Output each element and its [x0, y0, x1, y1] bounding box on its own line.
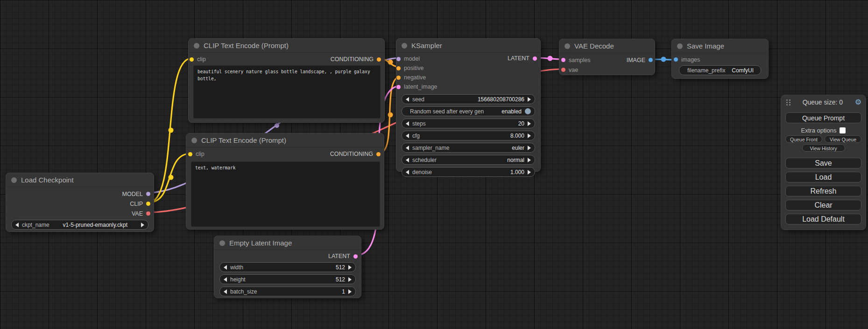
extra-options-label: Extra options	[801, 127, 837, 134]
image-port-dot[interactable]	[649, 58, 653, 62]
conditioning-port-dot[interactable]	[396, 66, 401, 70]
collapse-dot-icon[interactable]	[191, 138, 197, 143]
collapse-dot-icon[interactable]	[11, 177, 17, 183]
node-empty-latent-image[interactable]: Empty Latent Image LATENT width 512 heig…	[214, 236, 361, 298]
decrement-arrow-icon[interactable]	[406, 133, 409, 138]
image-port-dot[interactable]	[674, 57, 678, 62]
decrement-arrow-icon[interactable]	[224, 265, 227, 270]
increment-arrow-icon[interactable]	[528, 146, 531, 150]
node-clip-text-encode-negative[interactable]: CLIP Text Encode (Prompt) clip CONDITION…	[186, 133, 384, 230]
latent-port-dot[interactable]	[533, 56, 537, 61]
height-widget[interactable]: height 512	[219, 274, 356, 284]
clip-port-dot[interactable]	[146, 202, 150, 206]
clear-button[interactable]: Clear	[785, 200, 861, 210]
filename-prefix-widget[interactable]: filename_prefix ComfyUI	[679, 65, 761, 75]
decrement-arrow-icon[interactable]	[406, 97, 409, 102]
decrement-arrow-icon[interactable]	[406, 121, 409, 126]
seed-widget[interactable]: seed 156680208700286	[402, 94, 535, 104]
model-port-dot[interactable]	[396, 57, 401, 61]
increment-arrow-icon[interactable]	[348, 277, 352, 282]
node-clip-text-encode-positive[interactable]: CLIP Text Encode (Prompt) clip CONDITION…	[188, 38, 385, 123]
node-title-bar[interactable]: CLIP Text Encode (Prompt)	[189, 39, 384, 53]
output-port-model[interactable]: MODEL	[6, 189, 154, 199]
decrement-arrow-icon[interactable]	[224, 277, 227, 282]
prompt-textarea[interactable]: beautiful scenery nature glass bottle la…	[193, 65, 381, 119]
increment-arrow-icon[interactable]	[528, 97, 531, 102]
latent-port-dot[interactable]	[396, 85, 401, 89]
decrement-arrow-icon[interactable]	[15, 223, 19, 227]
conditioning-port-dot[interactable]	[377, 57, 381, 62]
input-port-samples[interactable]: samples IMAGE	[559, 55, 655, 65]
input-port-negative[interactable]: negative	[396, 73, 540, 82]
decrement-arrow-icon[interactable]	[406, 170, 409, 175]
load-button[interactable]: Load	[785, 172, 861, 182]
node-title-bar[interactable]: VAE Decode	[559, 39, 655, 53]
vae-port-dot[interactable]	[561, 68, 565, 72]
extra-options-checkbox[interactable]	[840, 127, 846, 133]
view-history-button[interactable]: View History	[802, 144, 845, 152]
increment-arrow-icon[interactable]	[528, 170, 531, 175]
queue-prompt-button[interactable]: Queue Prompt	[785, 112, 861, 123]
decrement-arrow-icon[interactable]	[406, 146, 409, 150]
drag-handle-icon[interactable]	[786, 99, 788, 101]
node-save-image[interactable]: Save Image images filename_prefix ComfyU…	[671, 39, 769, 79]
input-port-positive[interactable]: positive	[396, 63, 540, 73]
batch-size-widget[interactable]: batch_size 1	[219, 287, 356, 296]
node-title-bar[interactable]: CLIP Text Encode (Prompt)	[186, 133, 384, 147]
output-port-clip[interactable]: CLIP	[6, 199, 154, 209]
decrement-arrow-icon[interactable]	[406, 158, 409, 162]
width-widget[interactable]: width 512	[219, 262, 356, 272]
node-vae-decode[interactable]: VAE Decode samples IMAGE vae	[559, 39, 655, 75]
widget-value: ComfyUI	[732, 67, 754, 74]
collapse-dot-icon[interactable]	[219, 240, 225, 246]
input-port-latent-image[interactable]: latent_image	[396, 82, 540, 91]
node-ksampler[interactable]: KSampler model positive negative latent_…	[396, 38, 541, 172]
widget-value: 156680208700286	[478, 96, 524, 103]
refresh-button[interactable]: Refresh	[785, 186, 861, 196]
clip-port-dot[interactable]	[188, 152, 192, 156]
node-load-checkpoint[interactable]: Load Checkpoint MODEL CLIP VAE ckpt_name…	[6, 173, 154, 232]
output-port-latent[interactable]: LATENT	[214, 251, 361, 261]
toggle-knob[interactable]	[525, 108, 531, 114]
cfg-widget[interactable]: cfg 8.000	[402, 131, 535, 140]
queue-front-button[interactable]: Queue Front	[785, 135, 822, 143]
conditioning-port-dot[interactable]	[396, 76, 401, 80]
output-port-latent[interactable]: LATENT	[508, 54, 540, 63]
conditioning-port-dot[interactable]	[376, 152, 381, 156]
sampler-name-widget[interactable]: sampler_name euler	[402, 143, 535, 153]
collapse-dot-icon[interactable]	[402, 43, 407, 49]
increment-arrow-icon[interactable]	[528, 133, 531, 138]
increment-arrow-icon[interactable]	[348, 265, 352, 270]
latent-port-dot[interactable]	[561, 58, 565, 62]
scheduler-widget[interactable]: scheduler normal	[402, 155, 535, 165]
node-title-bar[interactable]: Save Image	[672, 39, 768, 53]
output-port-vae[interactable]: VAE	[6, 209, 154, 218]
collapse-dot-icon[interactable]	[565, 43, 570, 49]
denoise-widget[interactable]: denoise 1.000	[402, 167, 535, 177]
prompt-textarea[interactable]: text, watermark	[191, 161, 380, 227]
latent-port-dot[interactable]	[353, 254, 358, 259]
settings-gear-icon[interactable]: ⚙	[855, 98, 861, 106]
steps-widget[interactable]: steps 20	[402, 119, 535, 128]
save-button[interactable]: Save	[785, 158, 861, 168]
decrement-arrow-icon[interactable]	[224, 289, 227, 294]
view-queue-button[interactable]: View Queue	[825, 135, 861, 143]
load-default-button[interactable]: Load Default	[785, 214, 861, 224]
increment-arrow-icon[interactable]	[141, 223, 144, 227]
increment-arrow-icon[interactable]	[528, 121, 531, 126]
ckpt-name-widget[interactable]: ckpt_name v1-5-pruned-emaonly.ckpt	[11, 220, 148, 230]
model-port-dot[interactable]	[146, 192, 150, 196]
vae-port-dot[interactable]	[146, 211, 150, 216]
clip-port-dot[interactable]	[190, 57, 194, 62]
node-graph-canvas[interactable]: Load Checkpoint MODEL CLIP VAE ckpt_name…	[0, 0, 868, 329]
collapse-dot-icon[interactable]	[677, 43, 683, 49]
collapse-dot-icon[interactable]	[194, 43, 199, 49]
node-title-bar[interactable]: Empty Latent Image	[214, 236, 361, 250]
input-port-vae[interactable]: vae	[559, 65, 655, 75]
increment-arrow-icon[interactable]	[528, 158, 531, 162]
input-port-images[interactable]: images	[672, 55, 768, 64]
node-title-bar[interactable]: KSampler	[396, 39, 540, 53]
increment-arrow-icon[interactable]	[348, 289, 352, 294]
node-title-bar[interactable]: Load Checkpoint	[6, 173, 154, 187]
random-seed-toggle-widget[interactable]: Random seed after every gen enabled	[402, 106, 535, 116]
